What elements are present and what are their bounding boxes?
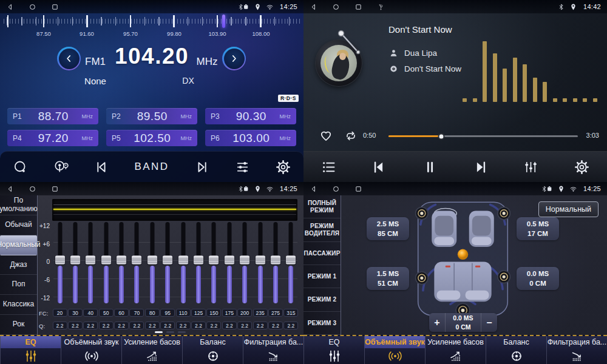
slider-thumb[interactable] bbox=[117, 255, 126, 265]
rear-right-delay[interactable]: 0.0 MS 0 CM bbox=[517, 267, 559, 290]
home-icon[interactable] bbox=[29, 185, 36, 193]
slider-thumb[interactable] bbox=[286, 255, 296, 265]
home-icon[interactable] bbox=[332, 3, 340, 11]
audio-tab[interactable]: Усиление басов bbox=[425, 336, 486, 364]
audio-tab[interactable]: Фильтрация ба... bbox=[546, 336, 607, 364]
delay-decrease-button[interactable]: − bbox=[481, 313, 497, 332]
radio-preset-button[interactable]: P4 97.20 MHz bbox=[7, 130, 98, 146]
slider-thumb[interactable] bbox=[132, 255, 141, 265]
scan-search-icon[interactable] bbox=[12, 159, 29, 175]
eq-band-slider[interactable] bbox=[191, 221, 206, 305]
recents-icon[interactable] bbox=[51, 3, 59, 11]
slider-thumb[interactable] bbox=[178, 255, 188, 265]
eq-band-slider[interactable] bbox=[175, 221, 191, 305]
radio-preset-button[interactable]: P2 89.50 MHz bbox=[106, 108, 197, 124]
audio-tab[interactable]: Объёмный звук bbox=[364, 336, 425, 364]
slider-thumb[interactable] bbox=[86, 255, 95, 265]
previous-station-icon[interactable] bbox=[93, 159, 110, 175]
favorite-heart-icon[interactable] bbox=[319, 129, 333, 143]
home-icon[interactable] bbox=[332, 185, 340, 193]
audio-tab[interactable]: EQ bbox=[0, 336, 61, 364]
rear-left-delay[interactable]: 1.5 MS 51 CM bbox=[367, 267, 409, 290]
eq-preset-item[interactable]: Джаз bbox=[0, 255, 37, 275]
slider-thumb[interactable] bbox=[194, 255, 203, 265]
home-icon[interactable] bbox=[29, 3, 36, 11]
eq-band-slider[interactable] bbox=[144, 221, 160, 305]
equalizer-icon[interactable] bbox=[234, 159, 251, 175]
audio-tab[interactable]: Баланс bbox=[182, 336, 243, 364]
previous-track-icon[interactable] bbox=[371, 159, 387, 175]
back-icon[interactable] bbox=[310, 3, 317, 11]
audio-tab[interactable]: EQ bbox=[304, 336, 364, 364]
slider-thumb[interactable] bbox=[148, 255, 157, 265]
back-icon[interactable] bbox=[310, 185, 317, 193]
listening-mode-item[interactable]: РЕЖИМ 3 bbox=[304, 312, 341, 335]
recents-icon[interactable] bbox=[354, 3, 362, 11]
radio-preset-button[interactable]: P3 90.30 MHz bbox=[205, 108, 296, 124]
eq-band-slider[interactable] bbox=[237, 221, 253, 305]
delay-increase-button[interactable]: + bbox=[429, 313, 445, 332]
slider-thumb[interactable] bbox=[55, 255, 65, 265]
listening-mode-item[interactable]: РЕЖИМ ВОДИТЕЛЯ bbox=[304, 218, 341, 241]
eq-band-slider[interactable] bbox=[67, 221, 83, 305]
slider-thumb[interactable] bbox=[101, 255, 111, 265]
audio-tab[interactable]: Баланс bbox=[486, 336, 546, 364]
eq-preset-item[interactable]: Обычай bbox=[0, 215, 37, 235]
tune-up-button[interactable] bbox=[222, 47, 246, 70]
eq-band-slider[interactable] bbox=[98, 221, 114, 305]
eq-band-slider[interactable] bbox=[283, 221, 299, 305]
band-button[interactable]: BAND bbox=[134, 161, 169, 173]
eq-preset-item[interactable]: Поп bbox=[0, 275, 37, 295]
pause-icon[interactable] bbox=[422, 159, 438, 175]
slider-thumb[interactable] bbox=[225, 255, 234, 265]
audio-tab[interactable]: Фильтрация ба... bbox=[243, 336, 304, 364]
slider-thumb[interactable] bbox=[163, 255, 172, 265]
eq-band-slider[interactable] bbox=[52, 221, 67, 305]
eq-band-slider[interactable] bbox=[114, 221, 129, 305]
tuning-marker[interactable] bbox=[222, 15, 225, 28]
eq-preset-item[interactable]: Классика bbox=[0, 295, 37, 315]
settings-gear-icon[interactable] bbox=[574, 159, 590, 175]
front-left-delay[interactable]: 2.5 MS 85 CM bbox=[367, 217, 409, 240]
eq-band-slider[interactable] bbox=[222, 221, 237, 305]
next-station-icon[interactable] bbox=[194, 159, 210, 175]
slider-thumb[interactable] bbox=[70, 255, 80, 265]
radio-preset-button[interactable]: P1 88.70 MHz bbox=[7, 108, 98, 124]
progress-bar[interactable] bbox=[388, 135, 578, 137]
listening-mode-item[interactable]: РЕЖИМ 2 bbox=[304, 288, 341, 311]
listening-mode-item[interactable]: ПОЛНЫЙ РЕЖИМ bbox=[304, 195, 341, 218]
eq-band-slider[interactable] bbox=[268, 221, 283, 305]
radio-preset-button[interactable]: P5 102.50 MHz bbox=[106, 130, 197, 146]
next-track-icon[interactable] bbox=[472, 159, 489, 175]
slider-thumb[interactable] bbox=[271, 255, 280, 265]
eq-band-slider[interactable] bbox=[206, 221, 222, 305]
mixer-icon[interactable] bbox=[523, 159, 539, 175]
back-icon[interactable] bbox=[6, 185, 14, 193]
audio-tab[interactable]: Усиление басов bbox=[121, 336, 182, 364]
slider-thumb[interactable] bbox=[256, 255, 265, 265]
back-icon[interactable] bbox=[6, 3, 14, 11]
eq-preset-item[interactable]: Рок bbox=[0, 315, 37, 335]
eq-band-slider[interactable] bbox=[83, 221, 98, 305]
broadcast-icon[interactable] bbox=[53, 159, 69, 175]
front-right-delay[interactable]: 0.5 MS 17 CM bbox=[517, 217, 559, 240]
repeat-icon[interactable] bbox=[344, 129, 358, 143]
eq-band-slider[interactable] bbox=[253, 221, 268, 305]
eq-preset-item[interactable]: По умолчанию bbox=[0, 195, 37, 215]
eq-band-slider[interactable] bbox=[160, 221, 175, 305]
sound-profile-button[interactable]: Нормальный bbox=[538, 201, 599, 217]
slider-thumb[interactable] bbox=[209, 255, 219, 265]
audio-tab[interactable]: Объёмный звук bbox=[61, 336, 121, 364]
eq-preset-item[interactable]: Нормальный bbox=[0, 235, 37, 255]
listening-mode-item[interactable]: ПАССАЖИР bbox=[304, 242, 341, 265]
progress-thumb[interactable] bbox=[438, 133, 445, 140]
settings-gear-icon[interactable] bbox=[275, 159, 291, 175]
recents-icon[interactable] bbox=[354, 185, 362, 193]
slider-thumb[interactable] bbox=[240, 255, 249, 265]
frequency-ruler[interactable]: 87.5091.6095.7099.80103.90108.00 bbox=[4, 15, 300, 39]
eq-band-slider[interactable] bbox=[129, 221, 144, 305]
listening-mode-item[interactable]: РЕЖИМ 1 bbox=[304, 265, 341, 288]
recents-icon[interactable] bbox=[51, 185, 59, 193]
radio-preset-button[interactable]: P6 103.00 MHz bbox=[205, 130, 296, 146]
playlist-icon[interactable] bbox=[320, 159, 337, 175]
